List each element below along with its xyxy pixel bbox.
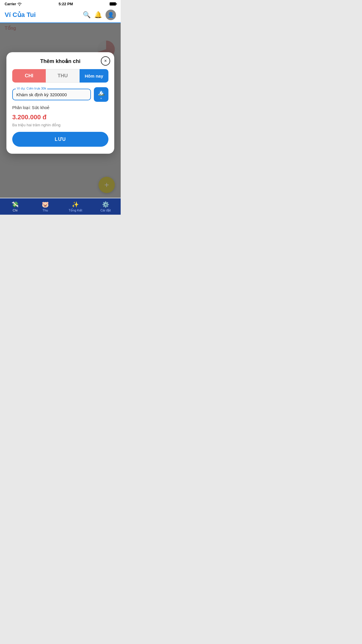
input-placeholder-label: Ví dụ: Cơm trưa 30k <box>16 87 47 90</box>
caidat-label: Cài đặt <box>100 209 111 212</box>
status-battery <box>110 2 116 6</box>
caidat-icon: ⚙️ <box>102 201 109 208</box>
battery-icon <box>110 2 116 6</box>
app-title: Ví Của Tui <box>5 11 83 19</box>
chi-tab-button[interactable]: CHI <box>12 69 46 83</box>
tab-caidat[interactable]: ⚙️ Cài đặt <box>91 198 121 215</box>
carrier-label: Carrier <box>5 2 16 6</box>
app-header: Ví Của Tui 🔍 🔔 👤 <box>0 7 121 23</box>
avatar[interactable]: 👤 <box>106 10 116 20</box>
homay-tab-button[interactable]: Hôm nay <box>80 69 108 83</box>
image-icon: 🏔️ <box>98 89 105 96</box>
status-bar: Carrier 5:22 PM <box>0 0 121 7</box>
description-input-wrapper: Ví dụ: Cơm trưa 30k <box>12 89 91 100</box>
thu-icon: 🐷 <box>42 201 49 208</box>
tab-thu[interactable]: 🐷 Thu <box>30 198 61 215</box>
description-input[interactable] <box>16 92 87 97</box>
save-button[interactable]: LƯU <box>12 132 108 147</box>
tab-switch-row: CHI THU Hôm nay <box>12 69 108 83</box>
image-add-button[interactable]: 🏔️ + <box>94 87 108 102</box>
header-icons: 🔍 🔔 👤 <box>83 10 116 20</box>
input-row: Ví dụ: Cơm trưa 30k 🏔️ + <box>12 87 108 102</box>
tongket-icon: ✨ <box>72 201 79 208</box>
thu-tab-button[interactable]: THU <box>46 69 79 83</box>
status-time: 5:22 PM <box>59 2 73 6</box>
amount-value: 3.200.000 đ <box>12 113 108 121</box>
wifi-icon <box>17 2 22 6</box>
tab-chi[interactable]: 💸 Chi <box>0 198 30 215</box>
chi-icon: 💸 <box>11 201 19 208</box>
modal-close-button[interactable]: × <box>101 56 110 66</box>
modal-dialog: × Thêm khoản chi CHI THU Hôm nay Ví dụ: … <box>6 52 114 154</box>
bottom-tab-bar: 💸 Chi 🐷 Thu ✨ Tổng Kết ⚙️ Cài đặt <box>0 198 121 215</box>
search-icon[interactable]: 🔍 <box>83 11 91 19</box>
close-icon: × <box>104 58 107 64</box>
modal-title: Thêm khoản chi <box>12 58 108 64</box>
modal-overlay: × Thêm khoản chi CHI THU Hôm nay Ví dụ: … <box>0 23 121 198</box>
amount-display: 3.200.000 đ <box>12 113 108 121</box>
notification-icon[interactable]: 🔔 <box>94 11 102 19</box>
app-content: Tổng cafe gói 50.000 đ + × Thêm khoản ch… <box>0 23 121 198</box>
amount-text: Ba triệu hai trăm nghìn đồng <box>12 123 108 127</box>
tab-tongket[interactable]: ✨ Tổng Kết <box>60 198 91 215</box>
image-add-label: + <box>100 97 102 100</box>
category-row[interactable]: Phân loại: Sức khoẻ <box>12 105 108 110</box>
status-carrier: Carrier <box>5 2 22 6</box>
tongket-label: Tổng Kết <box>69 209 82 212</box>
thu-label: Thu <box>43 209 48 212</box>
chi-label: Chi <box>13 209 17 212</box>
